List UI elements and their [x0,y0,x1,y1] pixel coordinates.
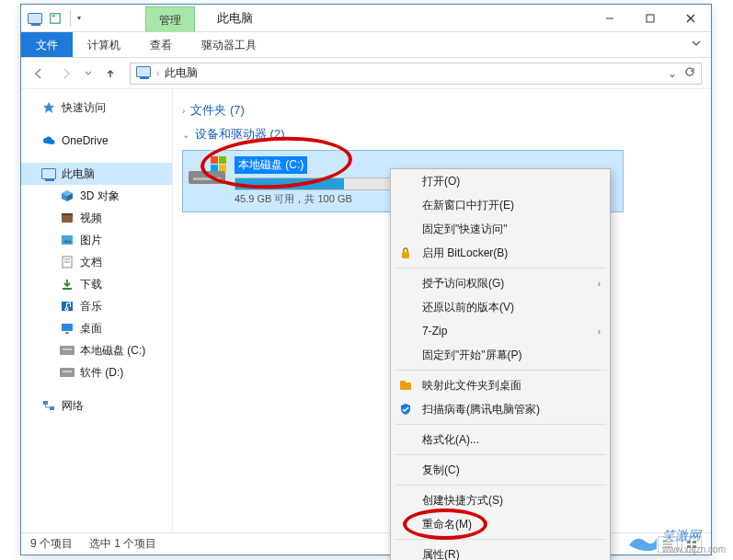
download-icon [60,277,74,291]
svg-rect-12 [62,235,73,245]
context-menu-item[interactable]: 属性(R) [391,543,610,560]
sidebar-label: 视频 [80,211,102,226]
svg-rect-20 [65,332,69,334]
sidebar-item-documents[interactable]: 文档 [21,251,172,273]
context-menu-label: 在新窗口中打开(E) [422,198,514,213]
svg-rect-30 [687,541,691,543]
cube-icon [60,189,74,203]
menu-separator [395,454,606,455]
maximize-button[interactable] [630,5,670,32]
context-menu-label: 复制(C) [422,463,460,478]
refresh-icon[interactable] [684,66,695,80]
context-menu[interactable]: 打开(O)在新窗口中打开(E)固定到"快速访问"启用 BitLocker(B)授… [390,168,611,560]
minimize-button[interactable] [590,5,630,32]
sidebar-item-desktop[interactable]: 桌面 [21,317,172,339]
tab-computer[interactable]: 计算机 [73,32,135,57]
breadcrumb-location[interactable]: 此电脑 [165,65,198,81]
sidebar-label: 下载 [80,277,102,292]
context-menu-item[interactable]: 重命名(M) [391,512,610,536]
quick-access-toolbar: ▾ [21,10,90,27]
context-menu-label: 映射此文件夹到桌面 [422,378,521,394]
breadcrumb-dropdown-icon[interactable]: ⌄ [668,67,677,80]
sidebar-item-pictures[interactable]: 图片 [21,229,172,251]
sidebar-item-network[interactable]: 网络 [21,394,172,417]
view-details-button[interactable] [658,536,678,553]
sidebar-label: 快速访问 [62,100,106,116]
sidebar-item-onedrive[interactable]: OneDrive [21,130,172,152]
qat-dropdown-icon[interactable]: ▾ [77,14,85,22]
qat-properties-icon[interactable] [47,10,63,27]
svg-rect-34 [402,252,409,258]
ribbon-context-tabs: 管理 [145,5,195,32]
tab-view[interactable]: 查看 [135,32,187,57]
recent-dropdown-icon[interactable] [82,62,95,86]
context-menu-item[interactable]: 复制(C) [391,458,610,482]
context-menu-item[interactable]: 扫描病毒(腾讯电脑管家) [391,397,610,421]
drive-icon [60,343,74,358]
chevron-right-icon: › [598,279,601,289]
context-menu-item[interactable]: 在新窗口中打开(E) [391,193,610,217]
group-label: 设备和驱动器 (2) [195,126,285,143]
svg-rect-3 [647,15,654,22]
sidebar-item-this-pc[interactable]: 此电脑 [21,163,172,185]
back-button[interactable] [27,62,51,86]
map-folder-icon [398,378,413,393]
breadcrumb-pc-icon [136,66,151,81]
svg-rect-35 [400,383,411,390]
svg-rect-0 [51,13,61,23]
context-menu-item[interactable]: 映射此文件夹到桌面 [391,373,610,397]
sidebar-item-downloads[interactable]: 下载 [21,273,172,295]
menu-separator [395,539,606,540]
video-icon [60,211,74,225]
navigation-pane[interactable]: 快速访问 OneDrive 此电脑 3D 对象 视频 [21,89,173,532]
close-button[interactable] [670,5,711,32]
ribbon-context-tab-manage[interactable]: 管理 [145,6,195,32]
drive-usage-fill [235,178,344,189]
chevron-right-icon[interactable]: › [156,68,159,78]
group-drives[interactable]: ⌄ 设备和驱动器 (2) [182,126,702,143]
context-menu-item[interactable]: 格式化(A)... [391,428,610,451]
context-menu-label: 还原以前的版本(V) [422,300,514,315]
sidebar-item-videos[interactable]: 视频 [21,207,172,229]
sidebar-item-software-d[interactable]: 软件 (D:) [21,361,172,383]
file-tab[interactable]: 文件 [21,32,73,57]
ribbon-collapse-icon[interactable] [681,32,711,57]
view-icons-button[interactable] [681,536,702,553]
context-menu-item[interactable]: 授予访问权限(G)› [391,271,610,295]
cloud-icon [41,133,56,148]
sidebar-label: 此电脑 [62,166,95,182]
svg-marker-6 [43,102,54,113]
desktop-icon [60,321,74,336]
menu-separator [395,485,606,486]
chevron-down-icon[interactable]: ⌄ [182,130,189,140]
context-menu-item[interactable]: 打开(O) [391,169,610,193]
chevron-right-icon[interactable]: › [182,106,185,116]
svg-rect-24 [219,156,226,164]
sidebar-item-music[interactable]: 音乐 [21,295,172,317]
context-menu-item[interactable]: 固定到"快速访问" [391,217,610,241]
sidebar-item-3d-objects[interactable]: 3D 对象 [21,185,172,207]
tab-drive-tools[interactable]: 驱动器工具 [187,32,271,57]
context-menu-item[interactable]: 还原以前的版本(V) [391,295,610,319]
sidebar-label: 图片 [80,233,102,248]
context-menu-item[interactable]: 启用 BitLocker(B) [391,241,610,265]
menu-separator [395,268,606,269]
up-button[interactable] [98,62,122,86]
context-menu-label: 扫描病毒(腾讯电脑管家) [422,402,540,417]
svg-rect-23 [211,156,218,164]
drive-os-icon [189,156,225,184]
sidebar-item-local-disk-c[interactable]: 本地磁盘 (C:) [21,339,172,361]
forward-button[interactable] [54,62,78,86]
sidebar-item-quick-access[interactable]: 快速访问 [21,97,172,119]
drive-name: 本地磁盘 (C:) [235,156,307,174]
context-menu-label: 属性(R) [422,547,460,561]
svg-rect-31 [693,541,696,543]
context-menu-item[interactable]: 创建快捷方式(S) [391,488,610,512]
context-menu-label: 创建快捷方式(S) [422,493,503,509]
breadcrumb[interactable]: › 此电脑 ⌄ [130,63,702,85]
context-menu-label: 固定到"开始"屏幕(P) [422,348,522,363]
context-menu-item[interactable]: 固定到"开始"屏幕(P) [391,343,610,367]
window-controls [590,5,711,32]
group-folders[interactable]: › 文件夹 (7) [182,102,702,119]
context-menu-item[interactable]: 7-Zip› [391,319,610,343]
